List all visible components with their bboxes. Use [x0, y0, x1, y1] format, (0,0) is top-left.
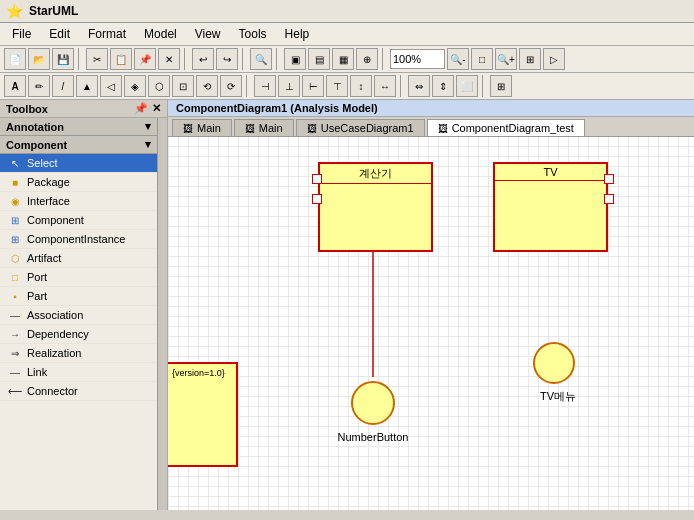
paste-button[interactable]: 📌 [134, 48, 156, 70]
component-label: Component [27, 214, 84, 226]
titlebar: ⭐ StarUML [0, 0, 694, 23]
tb2-pencil-btn[interactable]: ✏ [28, 75, 50, 97]
toolbox-item-realization[interactable]: ⇒ Realization [0, 344, 157, 363]
tab-main2[interactable]: 🖼 Main [234, 119, 294, 136]
toolbox-scrollbar[interactable] [157, 118, 167, 510]
number-button-node[interactable] [351, 381, 395, 425]
tb-btn4[interactable]: ⊕ [356, 48, 378, 70]
toolbox-item-componentinstance[interactable]: ⊞ ComponentInstance [0, 230, 157, 249]
tb2-btn5[interactable]: ⊡ [172, 75, 194, 97]
toolbox-item-artifact[interactable]: ⬡ Artifact [0, 249, 157, 268]
calculator-port-left-bottom[interactable] [312, 194, 322, 204]
zoom-input[interactable] [390, 49, 445, 69]
menu-edit[interactable]: Edit [41, 25, 78, 43]
tb-btn6[interactable]: ▷ [543, 48, 565, 70]
canvas: {version=1.0} 계산기 TV [168, 137, 694, 510]
tb2-btn3[interactable]: ◈ [124, 75, 146, 97]
toolbox-item-association[interactable]: — Association [0, 306, 157, 325]
zoom-out-button[interactable]: 🔍- [447, 48, 469, 70]
artifact-icon: ⬡ [8, 251, 22, 265]
toolbox-item-dependency[interactable]: → Dependency [0, 325, 157, 344]
menu-format[interactable]: Format [80, 25, 134, 43]
tb2-align3[interactable]: ⊢ [302, 75, 324, 97]
toolbox-item-interface[interactable]: ◉ Interface [0, 192, 157, 211]
menu-model[interactable]: Model [136, 25, 185, 43]
tb2-grid[interactable]: ⊞ [490, 75, 512, 97]
realization-label: Realization [27, 347, 81, 359]
toolbox-item-part[interactable]: ▪ Part [0, 287, 157, 306]
tv-menu-node[interactable] [533, 342, 575, 384]
toolbox-group-component[interactable]: Component ▾ [0, 136, 157, 154]
tb2-a-btn[interactable]: A [4, 75, 26, 97]
find-button[interactable]: 🔍 [250, 48, 272, 70]
tb2-size1[interactable]: ⇔ [408, 75, 430, 97]
toolbox-close[interactable]: ✕ [152, 102, 161, 115]
menu-view[interactable]: View [187, 25, 229, 43]
zoom-in-button[interactable]: 🔍+ [495, 48, 517, 70]
interface-label: Interface [27, 195, 70, 207]
undo-button[interactable]: ↩ [192, 48, 214, 70]
save-button[interactable]: 💾 [52, 48, 74, 70]
new-button[interactable]: 📄 [4, 48, 26, 70]
tv-port-right-bottom[interactable] [604, 194, 614, 204]
toolbox-item-select[interactable]: ↖ Select [0, 154, 157, 173]
toolbox-item-link[interactable]: — Link [0, 363, 157, 382]
toolbox-item-package[interactable]: ■ Package [0, 173, 157, 192]
menu-file[interactable]: File [4, 25, 39, 43]
toolbox-item-connector[interactable]: ⟵ Connector [0, 382, 157, 401]
tb2-line-btn[interactable]: / [52, 75, 74, 97]
select-icon: ↖ [8, 156, 22, 170]
delete-button[interactable]: ✕ [158, 48, 180, 70]
tb-btn1[interactable]: ▣ [284, 48, 306, 70]
toolbar: 📄 📂 💾 ✂ 📋 📌 ✕ ↩ ↪ 🔍 ▣ ▤ ▦ ⊕ 🔍- □ 🔍+ ⊞ ▷ [0, 46, 694, 73]
tab-usecasediagram[interactable]: 🖼 UseCaseDiagram1 [296, 119, 425, 136]
tv-port-right-top[interactable] [604, 174, 614, 184]
toolbox-item-port[interactable]: □ Port [0, 268, 157, 287]
number-button-label: NumberButton [323, 431, 423, 443]
redo-button[interactable]: ↪ [216, 48, 238, 70]
tb2-align6[interactable]: ↔ [374, 75, 396, 97]
componentinstance-label: ComponentInstance [27, 233, 125, 245]
tb2-sep3 [482, 75, 486, 97]
part-icon: ▪ [8, 289, 22, 303]
tb2-btn2[interactable]: ◁ [100, 75, 122, 97]
menu-help[interactable]: Help [277, 25, 318, 43]
toolbox-group-annotation[interactable]: Annotation ▾ [0, 118, 157, 136]
tab-main1-label: Main [197, 122, 221, 134]
calculator-box[interactable]: 계산기 [318, 162, 433, 252]
part-label: Part [27, 290, 47, 302]
open-button[interactable]: 📂 [28, 48, 50, 70]
tab-main1[interactable]: 🖼 Main [172, 119, 232, 136]
tb-btn3[interactable]: ▦ [332, 48, 354, 70]
link-icon: — [8, 365, 22, 379]
select-label: Select [27, 157, 58, 169]
copy-button[interactable]: 📋 [110, 48, 132, 70]
toolbox-pin[interactable]: 📌 [134, 102, 148, 115]
tb-btn2[interactable]: ▤ [308, 48, 330, 70]
tb2-btn4[interactable]: ⬡ [148, 75, 170, 97]
partial-component-box[interactable]: {version=1.0} [168, 362, 238, 467]
tb-btn5[interactable]: ⊞ [519, 48, 541, 70]
connector-label: Connector [27, 385, 78, 397]
tb2-align2[interactable]: ⊥ [278, 75, 300, 97]
toolbox: Toolbox 📌 ✕ Annotation ▾ Component ▾ [0, 100, 168, 510]
tb2-align1[interactable]: ⊣ [254, 75, 276, 97]
diagram-tabs: 🖼 Main 🖼 Main 🖼 UseCaseDiagram1 🖼 Compon… [168, 117, 694, 137]
menu-tools[interactable]: Tools [231, 25, 275, 43]
tb2-align5[interactable]: ↕ [350, 75, 372, 97]
tb2-btn7[interactable]: ⟳ [220, 75, 242, 97]
toolbox-item-component[interactable]: ⊞ Component [0, 211, 157, 230]
tb2-btn1[interactable]: ▲ [76, 75, 98, 97]
link-label: Link [27, 366, 47, 378]
association-label: Association [27, 309, 83, 321]
tab-componenttest[interactable]: 🖼 ComponentDiagram_test [427, 119, 585, 136]
cut-button[interactable]: ✂ [86, 48, 108, 70]
tb2-size2[interactable]: ⇕ [432, 75, 454, 97]
tb2-align4[interactable]: ⊤ [326, 75, 348, 97]
tv-box[interactable]: TV [493, 162, 608, 252]
calculator-port-left-top[interactable] [312, 174, 322, 184]
tb2-size3[interactable]: ⬜ [456, 75, 478, 97]
dependency-icon: → [8, 327, 22, 341]
tb2-btn6[interactable]: ⟲ [196, 75, 218, 97]
zoom-reset-button[interactable]: □ [471, 48, 493, 70]
